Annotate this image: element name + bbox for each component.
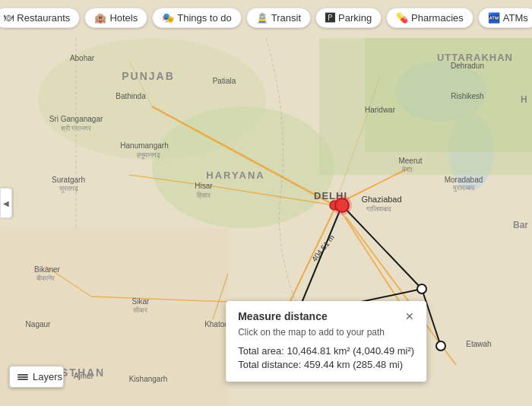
chip-things-label: Things to do — [177, 12, 232, 24]
chip-hotels-label: Hotels — [109, 12, 138, 24]
svg-text:Dehradun: Dehradun — [451, 62, 484, 70]
measure-distance-popup: Measure distance ✕ Click on the map to a… — [226, 301, 426, 382]
layers-button[interactable]: Layers — [9, 366, 64, 388]
svg-text:Kishangarh: Kishangarh — [129, 375, 168, 383]
svg-text:Rishikesh: Rishikesh — [451, 92, 483, 100]
chip-pharmacies[interactable]: 💊 Pharmacies — [386, 8, 473, 28]
svg-text:HARYANA: HARYANA — [206, 170, 264, 181]
chip-pharmacies-label: Pharmacies — [411, 12, 464, 24]
svg-text:Haridwar: Haridwar — [365, 106, 396, 114]
svg-text:Ghaziabad: Ghaziabad — [361, 195, 401, 204]
chip-parking-label: Parking — [338, 12, 372, 24]
svg-text:सीकर: सीकर — [132, 306, 147, 314]
pharmacies-icon: 💊 — [396, 12, 408, 24]
map-container[interactable]: AH43 PUNJAB HARYANA DELHI UTTARAKHAN Abo… — [0, 0, 532, 406]
svg-text:Bathinda: Bathinda — [116, 92, 146, 100]
svg-text:Nagaur: Nagaur — [26, 320, 51, 328]
chip-atms[interactable]: 🏧 ATMs — [478, 8, 532, 28]
chip-parking[interactable]: 🅿 Parking — [315, 8, 382, 28]
svg-text:PUNJAB: PUNJAB — [122, 70, 175, 82]
total-distance-row: Total distance: 459.44 km (285.48 mi) — [238, 359, 414, 370]
chip-transit-label: Transit — [271, 12, 301, 24]
restaurants-icon: 🍽 — [4, 12, 14, 24]
layers-icon — [17, 374, 28, 380]
svg-text:Sri Ganganagar: Sri Ganganagar — [49, 115, 103, 123]
popup-close-button[interactable]: ✕ — [405, 311, 414, 322]
map-pin-delhi — [334, 198, 350, 213]
svg-text:गाजियाबाद: गाजियाबाद — [366, 205, 391, 213]
svg-text:सूरतगढ़: सूरतगढ़ — [59, 185, 78, 193]
layers-label: Layers — [33, 371, 62, 382]
chip-things-to-do[interactable]: 🎭 Things to do — [152, 8, 242, 28]
svg-text:Hisar: Hisar — [195, 182, 213, 190]
svg-text:Patiala: Patiala — [213, 77, 236, 85]
svg-text:हिसार: हिसार — [196, 192, 211, 199]
svg-text:Bikaner: Bikaner — [34, 265, 61, 274]
svg-text:बीकानेर: बीकानेर — [36, 274, 55, 282]
svg-text:Moradabad: Moradabad — [445, 176, 483, 184]
svg-text:H: H — [521, 94, 527, 105]
things-icon: 🎭 — [162, 12, 174, 24]
svg-text:Bar: Bar — [513, 220, 528, 230]
atms-icon: 🏧 — [488, 12, 500, 24]
svg-text:Etawah: Etawah — [466, 340, 491, 348]
popup-subtitle: Click on the map to add to your path — [238, 327, 414, 338]
expand-icon: ◀ — [3, 199, 9, 208]
svg-text:हनुमानगढ़: हनुमानगढ़ — [136, 151, 160, 160]
chip-atms-label: ATMs — [503, 12, 528, 24]
svg-text:STHAN: STHAN — [61, 366, 105, 379]
svg-text:मेरठ: मेरठ — [401, 165, 413, 173]
svg-text:मुरादाबाद: मुरादाबाद — [452, 184, 475, 192]
total-area-row: Total area: 10,464.81 km² (4,040.49 mi²) — [238, 345, 414, 357]
area-label: Total area: — [238, 345, 284, 357]
area-value: 10,464.81 km² (4,040.49 mi²) — [287, 345, 415, 357]
popup-header: Measure distance ✕ — [238, 310, 414, 322]
popup-title: Measure distance — [238, 310, 328, 322]
svg-text:Sikar: Sikar — [132, 297, 150, 306]
chip-restaurants-label: Restaurants — [17, 12, 70, 24]
distance-value: 459.44 km (285.48 mi) — [304, 359, 403, 370]
chip-hotels[interactable]: 🏨 Hotels — [84, 8, 147, 28]
svg-text:Abohar: Abohar — [70, 54, 95, 62]
chip-restaurants[interactable]: 🍽 Restaurants — [0, 8, 80, 28]
hotels-icon: 🏨 — [94, 12, 106, 24]
parking-icon: 🅿 — [325, 12, 335, 24]
svg-text:Meerut: Meerut — [398, 157, 422, 165]
distance-label: Total distance: — [238, 359, 301, 370]
filter-bar: 🍽 Restaurants 🏨 Hotels 🎭 Things to do 🚊 … — [0, 8, 532, 28]
svg-text:Hanumangarh: Hanumangarh — [120, 141, 168, 150]
expand-sidebar-button[interactable]: ◀ — [0, 188, 12, 218]
svg-text:श्री गंगानगर: श्री गंगानगर — [60, 125, 92, 133]
chip-transit[interactable]: 🚊 Transit — [246, 8, 311, 28]
transit-icon: 🚊 — [256, 12, 268, 24]
svg-text:Suratgarh: Suratgarh — [52, 176, 85, 184]
